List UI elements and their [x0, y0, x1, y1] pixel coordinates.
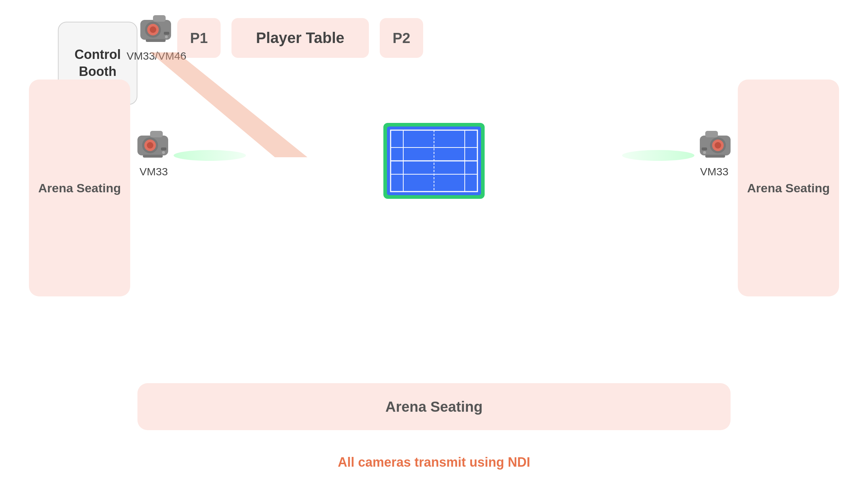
svg-point-28 — [715, 142, 721, 149]
p1-label: P1 — [190, 30, 208, 46]
camera-right-icon — [691, 127, 738, 163]
svg-point-32 — [703, 151, 706, 154]
arena-seating-right: Arena Seating — [738, 80, 839, 296]
tennis-court-wrapper — [383, 123, 485, 199]
arena-left-label: Arena Seating — [38, 181, 121, 195]
control-booth-label: Control Booth — [59, 46, 137, 80]
p2-label: P2 — [393, 30, 410, 46]
camera-left-label: VM33 — [140, 166, 168, 178]
arena-seating-left: Arena Seating — [29, 80, 130, 296]
diagram-container: Control Booth P1 Player Table P2 Arena S… — [0, 0, 868, 488]
svg-point-3 — [150, 26, 156, 33]
camera-left-mid: VM33 — [130, 127, 177, 178]
camera-right-label: VM33 — [700, 166, 728, 178]
arena-bottom-label: Arena Seating — [386, 399, 483, 415]
svg-point-12 — [147, 142, 153, 149]
ndi-note: All cameras transmit using NDI — [338, 455, 530, 470]
beam-left — [174, 150, 246, 161]
svg-rect-4 — [153, 15, 166, 22]
ndi-note-text: All cameras transmit using NDI — [338, 455, 530, 470]
svg-rect-29 — [705, 131, 718, 137]
tennis-court-svg — [387, 127, 481, 195]
player-table-box: Player Table — [231, 18, 369, 58]
svg-point-16 — [162, 151, 165, 154]
p2-box: P2 — [380, 18, 423, 58]
camera-top: VM33/VM46 — [127, 11, 186, 62]
svg-rect-6 — [164, 32, 169, 35]
svg-rect-15 — [161, 147, 166, 150]
camera-top-icon — [133, 11, 180, 47]
tennis-court-border — [383, 123, 485, 199]
svg-rect-13 — [150, 131, 163, 137]
beam-right — [622, 150, 694, 161]
svg-point-7 — [165, 35, 168, 38]
svg-rect-31 — [702, 147, 707, 150]
top-center-area: P1 Player Table P2 — [177, 18, 423, 58]
svg-rect-30 — [705, 155, 725, 158]
arena-right-label: Arena Seating — [747, 181, 830, 195]
svg-rect-14 — [143, 155, 163, 158]
camera-left-icon — [130, 127, 177, 163]
camera-top-label: VM33/VM46 — [127, 50, 186, 62]
camera-right-mid: VM33 — [691, 127, 738, 178]
player-table-label: Player Table — [256, 29, 344, 47]
svg-rect-5 — [146, 39, 166, 42]
arena-seating-bottom: Arena Seating — [137, 383, 731, 430]
